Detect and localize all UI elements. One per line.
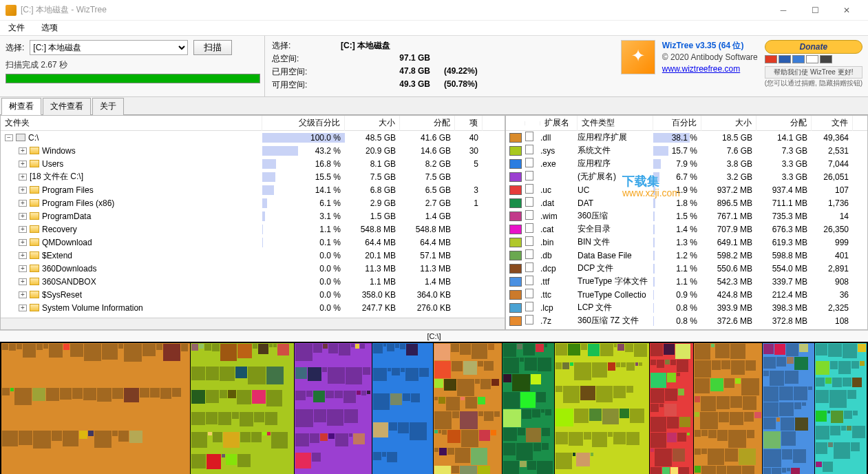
tree-item-label: Program Files (x86) [42,198,114,208]
ext-row[interactable]: .datDAT1.8 %896.5 MB711.1 MB1,736 [506,196,867,209]
col-pct[interactable]: 父级百分比 [262,115,345,131]
expand-toggle-icon[interactable]: − [5,134,13,141]
expand-toggle-icon[interactable]: + [19,200,27,207]
treemap-block[interactable] [694,343,763,474]
tree-row[interactable]: +Windows43.2 %20.9 GB14.6 GB30 [1,144,505,157]
file-icon [525,236,533,246]
expand-toggle-icon[interactable]: + [19,291,27,298]
tree-row[interactable]: +$Extend0.0 %20.1 MB57.1 MB [1,249,505,262]
expand-toggle-icon[interactable]: + [19,161,27,167]
ext-row[interactable]: .binBIN 文件1.3 %649.1 MB619.3 MB999 [506,236,867,249]
expand-toggle-icon[interactable]: + [19,305,27,311]
ext-row[interactable]: .wim360压缩1.5 %767.1 MB735.3 MB14 [506,209,867,223]
col-size[interactable]: 大小 [345,115,400,131]
expand-toggle-icon[interactable]: + [19,252,27,259]
folder-icon [30,186,39,194]
treemap-block[interactable] [434,343,502,474]
ext-header: 扩展名 文件类型 百分比 大小 分配 文件 [506,116,867,131]
expand-toggle-icon[interactable]: + [19,213,27,220]
tree-body[interactable]: −C:\100.0 %48.5 GB41.6 GB40+Windows43.2 … [1,131,505,318]
color-swatch [509,225,522,234]
total-label: 总空间: [272,53,341,65]
ext-row[interactable]: .exe应用程序7.9 %3.8 GB3.3 GB7,044 [506,157,867,170]
tree-hscroll[interactable] [1,318,505,329]
treemap-block[interactable] [502,343,554,474]
tree-item-label: 360SANDBOX [42,277,96,287]
treemap-block[interactable] [295,343,372,474]
treemap-block[interactable] [555,343,649,474]
minimize-button[interactable]: ─ [768,0,799,21]
treemap-block[interactable] [1,343,190,474]
tree-row[interactable]: +Users16.8 %8.1 GB8.2 GB5 [1,157,505,170]
col-ext-alloc[interactable]: 分配 [756,115,812,131]
col-ext-files[interactable]: 文件 [812,115,853,131]
tree-row[interactable]: +Program Files (x86)6.1 %2.9 GB2.7 GB1 [1,196,505,209]
expand-toggle-icon[interactable]: + [19,187,27,194]
scan-button[interactable]: 扫描 [193,40,232,55]
treemap-block[interactable] [650,343,692,474]
app-url[interactable]: www.wiztreefree.com [662,64,740,74]
ext-row[interactable]: .dbData Base File1.2 %598.2 MB598.8 MB40… [506,249,867,262]
tab-file[interactable]: 文件查看 [43,98,91,115]
select-label: 选择: [6,42,24,54]
col-items[interactable]: 项 [455,115,483,131]
ext-row[interactable]: .7z360压缩 7Z 文件0.8 %372.6 MB372.8 MB108 [506,314,867,327]
col-alloc[interactable]: 分配 [400,115,455,131]
treemap-block[interactable] [763,343,814,474]
menu-file[interactable]: 文件 [4,21,29,35]
ext-row[interactable]: .lcpLCP 文件0.8 %393.9 MB398.3 MB2,325 [506,301,867,314]
expand-toggle-icon[interactable]: + [19,147,27,154]
expand-toggle-icon[interactable]: + [19,174,27,181]
ext-row[interactable]: .sys系统文件15.7 %7.6 GB7.3 GB2,531 [506,144,867,157]
tree-row[interactable]: −C:\100.0 %48.5 GB41.6 GB40 [1,131,505,144]
scan-progress [6,74,260,83]
menu-options[interactable]: 选项 [37,21,62,35]
ext-row[interactable]: .cat安全目录1.4 %707.9 MB676.3 MB26,350 [506,223,867,236]
color-swatch [509,159,522,169]
expand-toggle-icon[interactable]: + [19,278,27,285]
disk-info: 选择:[C:] 本地磁盘 总空间:97.1 GB 已用空间:47.8 GB(49… [265,36,615,96]
drive-select[interactable]: [C:] 本地磁盘 [30,40,188,55]
free-value: 49.3 GB [341,79,444,91]
expand-toggle-icon[interactable]: + [19,265,27,272]
treemap-block[interactable] [815,343,867,474]
ext-row[interactable]: .ttfTrueType 字体文件1.1 %542.3 MB339.7 MB90… [506,275,867,288]
treemap[interactable] [0,342,868,474]
tree-row[interactable]: +$SysReset0.0 %358.0 KB364.0 KB [1,288,505,301]
col-folder[interactable]: 文件夹 [1,115,262,131]
ext-row[interactable]: .dll应用程序扩展38.1 %18.5 GB14.1 GB49,364 [506,131,867,144]
tree-row[interactable]: +QMDownload0.1 %64.4 MB64.4 MB [1,236,505,249]
color-swatch [509,198,522,208]
col-ext-size[interactable]: 大小 [701,115,756,131]
file-icon [525,302,533,311]
ext-row[interactable]: .ucUC1.9 %937.2 MB937.4 MB107 [506,183,867,196]
treemap-block[interactable] [191,343,294,474]
tree-row[interactable]: +Program Files14.1 %6.8 GB6.5 GB3 [1,183,505,196]
color-swatch [509,146,522,156]
tree-item-label: Windows [42,146,76,156]
ext-row[interactable]: (无扩展名)6.7 %3.2 GB3.3 GB26,051 [506,170,867,183]
file-icon [525,145,533,154]
tree-row[interactable]: +360Downloads0.0 %11.3 MB11.3 MB [1,262,505,275]
ext-body[interactable]: .dll应用程序扩展38.1 %18.5 GB14.1 GB49,364.sys… [506,131,867,329]
col-ext[interactable]: 扩展名 [540,115,578,131]
col-ext-pct[interactable]: 百分比 [653,115,701,131]
ext-row[interactable]: .ttcTrueType Collectio0.9 %424.8 MB212.4… [506,288,867,301]
expand-toggle-icon[interactable]: + [19,239,27,246]
tab-tree[interactable]: 树查看 [1,98,41,115]
tree-row[interactable]: +[18 文件在 C:\]15.5 %7.5 GB7.5 GB [1,170,505,183]
tree-row[interactable]: +System Volume Information0.0 %247.7 KB2… [1,301,505,314]
col-type[interactable]: 文件类型 [578,115,653,131]
tab-about[interactable]: 关于 [92,98,124,115]
ext-row[interactable]: .dcpDCP 文件1.1 %550.6 MB554.0 MB2,891 [506,262,867,275]
donate-button[interactable]: Donate [765,40,862,54]
maximize-button[interactable]: ☐ [799,0,831,21]
expand-toggle-icon[interactable]: + [19,226,27,233]
tree-item-label: Recovery [42,225,77,234]
tree-row[interactable]: +ProgramData3.1 %1.5 GB1.4 GB [1,209,505,223]
treemap-block[interactable] [372,343,432,474]
scan-panel: 选择: [C:] 本地磁盘 扫描 扫描完成 2.67 秒 [0,36,265,96]
tree-row[interactable]: +Recovery1.1 %548.8 MB548.8 MB [1,223,505,236]
close-button[interactable]: ✕ [831,0,862,21]
tree-row[interactable]: +360SANDBOX0.0 %1.1 MB1.4 MB [1,275,505,288]
